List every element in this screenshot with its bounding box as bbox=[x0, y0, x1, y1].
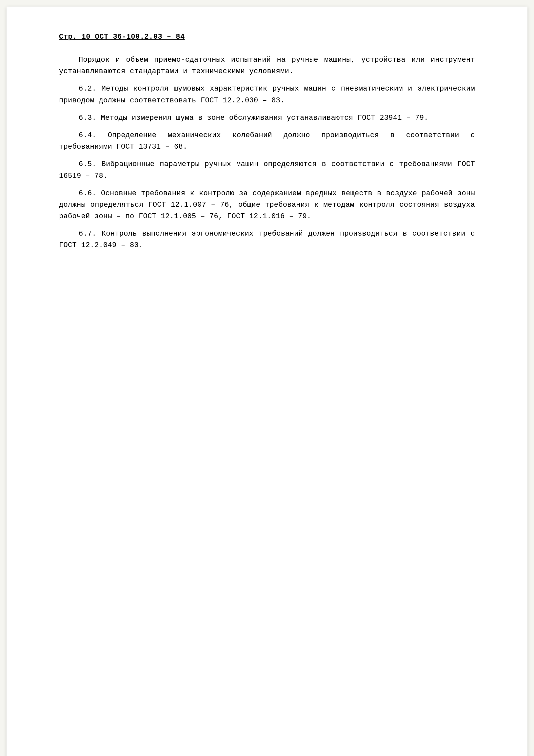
paragraph-6-4-text: 6.4. Определение механических колебаний … bbox=[59, 131, 475, 151]
paragraph-6-7-text: 6.7. Контроль выполнения эргономических … bbox=[59, 230, 475, 249]
paragraph-6-3-text: 6.3. Методы измерения шума в зоне обслуж… bbox=[79, 114, 428, 122]
page-header: Стр. 10 ОСТ 36-100.2.03 – 84 bbox=[59, 33, 475, 41]
paragraph-6-4: 6.4. Определение механических колебаний … bbox=[59, 130, 475, 152]
paragraph-6-7: 6.7. Контроль выполнения эргономических … bbox=[59, 228, 475, 251]
paragraph-6-5-text: 6.5. Вибрационные параметры ручных машин… bbox=[59, 160, 475, 180]
paragraph-intro: Порядок и объем приемо-сдаточных испытан… bbox=[59, 54, 475, 77]
paragraph-6-6: 6.6. Основные требования к контролю за с… bbox=[59, 188, 475, 223]
paragraph-6-6-text: 6.6. Основные требования к контролю за с… bbox=[59, 189, 475, 221]
document-page: Стр. 10 ОСТ 36-100.2.03 – 84 Порядок и о… bbox=[7, 7, 527, 756]
paragraph-6-3: 6.3. Методы измерения шума в зоне обслуж… bbox=[59, 112, 475, 124]
paragraph-6-2-text: 6.2. Методы контроля шумовых характерист… bbox=[59, 85, 475, 104]
paragraph-6-2: 6.2. Методы контроля шумовых характерист… bbox=[59, 83, 475, 106]
paragraph-intro-text: Порядок и объем приемо-сдаточных испытан… bbox=[59, 56, 475, 75]
paragraph-6-5: 6.5. Вибрационные параметры ручных машин… bbox=[59, 158, 475, 181]
